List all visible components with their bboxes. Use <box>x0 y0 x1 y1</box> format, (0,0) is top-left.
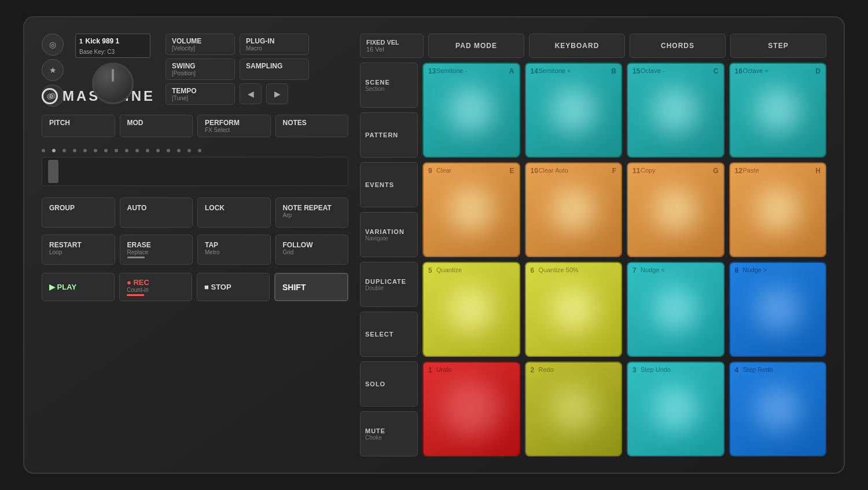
dot-9 <box>125 149 128 152</box>
pad-16-glow <box>755 87 801 133</box>
pad-16[interactable]: 16 Octave + D <box>729 63 827 158</box>
solo-button[interactable]: SOLO <box>360 361 418 407</box>
pitch-button[interactable]: PITCH <box>42 115 115 137</box>
variation-button[interactable]: VARIATION Navigate <box>360 212 418 257</box>
select-button[interactable]: SELECT <box>360 312 418 357</box>
top-controls: ◎ ★ ⊜ 1 Kick 989 1 Base Key: C3 VOLUME [… <box>42 34 348 80</box>
slider-track[interactable] <box>42 157 348 186</box>
maschine-logo: ◎ MASCHINE <box>42 88 348 104</box>
auto-button[interactable]: AUTO <box>120 198 193 228</box>
dot-3 <box>62 149 66 152</box>
follow-button[interactable]: FOLLOW Grid <box>275 235 349 265</box>
right-panel: FIXED VEL 16 Vel PAD MODE KEYBOARD CHORD… <box>360 34 826 456</box>
rec-line <box>127 294 144 296</box>
mod-button[interactable]: MOD <box>120 115 193 137</box>
pad-2[interactable]: 2 Redo <box>525 361 623 456</box>
scene-button[interactable]: SCENE Section <box>360 63 418 108</box>
pad-grid: 13 Semitone - A 14 Semitone + B 15 Octav… <box>422 63 826 456</box>
star-icon-button[interactable]: ★ <box>42 59 64 81</box>
dot-10 <box>135 149 139 152</box>
fixed-vel-button[interactable]: FIXED VEL 16 Vel <box>360 34 424 58</box>
restart-button[interactable]: RESTART Loop <box>42 235 115 265</box>
pad-11-glow <box>652 187 698 233</box>
pad-1-glow <box>442 380 500 438</box>
main-knob[interactable] <box>92 63 134 104</box>
pad-4[interactable]: 4 Step Redo <box>729 361 827 456</box>
dot-5 <box>83 149 87 152</box>
slider-thumb[interactable] <box>48 160 58 183</box>
dot-8 <box>115 149 118 152</box>
erase-line <box>127 257 145 258</box>
perform-button[interactable]: PERFORM FX Select <box>197 115 271 137</box>
note-repeat-button[interactable]: NOTE REPEAT Arp <box>275 198 349 228</box>
pad-10[interactable]: 10 Clear Auto F <box>525 162 623 257</box>
pad-mode-button[interactable]: PAD MODE <box>428 34 524 58</box>
pad-5-glow <box>448 286 494 332</box>
pad-13-glow <box>448 87 494 133</box>
bottom-buttons: GROUP AUTO LOCK NOTE REPEAT Arp <box>42 198 348 228</box>
tap-button[interactable]: TAP Metro <box>197 235 271 265</box>
swing-button[interactable]: SWING [Position] <box>165 58 235 80</box>
pad-5[interactable]: 5 Quantize <box>422 262 520 357</box>
dot-14 <box>177 149 181 152</box>
pad-3-glow <box>652 386 698 432</box>
pad-14[interactable]: 14 Semitone + B <box>525 63 623 158</box>
dot-11 <box>146 149 149 152</box>
group-button[interactable]: GROUP <box>42 198 115 228</box>
pad-15[interactable]: 15 Octave - C <box>627 63 724 158</box>
stop-button[interactable]: ■ STOP <box>197 273 270 301</box>
pad-3[interactable]: 3 Step Undo <box>627 361 724 456</box>
dot-1 <box>42 149 45 152</box>
slider-area <box>42 147 348 186</box>
transport-top-row: RESTART Loop ERASE Replace TAP Metro FOL… <box>42 235 348 265</box>
pad-12[interactable]: 12 Paste H <box>729 162 827 257</box>
pad-7[interactable]: 7 Nudge < <box>627 262 724 357</box>
pad-9-glow <box>448 187 494 233</box>
rec-button[interactable]: ● REC Count-in <box>119 273 192 301</box>
play-button[interactable]: ▶ PLAY <box>42 273 115 301</box>
step-button[interactable]: STEP <box>730 34 826 58</box>
chords-button[interactable]: CHORDS <box>630 34 726 58</box>
function-row: PITCH MOD PERFORM FX Select NOTES <box>42 115 348 137</box>
instrument-name: Kick 989 1 <box>86 37 120 45</box>
dot-7 <box>104 149 108 152</box>
dot-2 <box>52 149 56 152</box>
pad-4-glow <box>755 386 801 432</box>
volume-button[interactable]: VOLUME [Velocity] <box>165 34 235 55</box>
pad-11[interactable]: 11 Copy G <box>627 162 724 257</box>
instrument-key: Base Key: C3 <box>79 49 115 55</box>
ctrl-row-2: SWING [Position] SAMPLING <box>165 58 348 80</box>
record-icon-button[interactable]: ◎ <box>42 34 64 56</box>
shift-button[interactable]: SHIFT <box>274 273 348 301</box>
dot-12 <box>156 149 160 152</box>
notes-button[interactable]: NOTES <box>275 115 349 137</box>
sampling-button[interactable]: SAMPLING <box>240 58 309 80</box>
instrument-display: 1 Kick 989 1 Base Key: C3 <box>75 34 150 58</box>
pad-14-glow <box>550 87 597 133</box>
dot-13 <box>167 149 170 152</box>
pad-7-glow <box>652 286 698 332</box>
mute-button[interactable]: MUTE Choke <box>360 411 418 456</box>
keyboard-button[interactable]: KEYBOARD <box>529 34 625 58</box>
pattern-button[interactable]: PATTERN <box>360 112 418 158</box>
instrument-number: 1 <box>79 38 83 45</box>
left-panel: ◎ ★ ⊜ 1 Kick 989 1 Base Key: C3 VOLUME [… <box>42 34 348 456</box>
pad-10-glow <box>550 187 597 233</box>
events-button[interactable]: EVENTS <box>360 162 418 207</box>
pad-6-glow <box>550 286 597 332</box>
pad-1[interactable]: 1 Undo <box>422 361 520 456</box>
pad-9[interactable]: 9 Clear E <box>422 162 520 257</box>
lock-button[interactable]: LOCK <box>197 198 271 228</box>
transport-bottom-row: ▶ PLAY ● REC Count-in ■ STOP SHIFT <box>42 273 348 301</box>
top-mode-row: FIXED VEL 16 Vel PAD MODE KEYBOARD CHORD… <box>360 34 826 58</box>
pad-6[interactable]: 6 Quantize 50% <box>525 262 623 357</box>
erase-button[interactable]: ERASE Replace <box>120 235 193 265</box>
dot-4 <box>73 149 76 152</box>
pad-15-glow <box>652 87 698 133</box>
plugin-button[interactable]: PLUG-IN Macro <box>240 34 309 55</box>
pad-8[interactable]: 8 Nudge > <box>729 262 827 357</box>
side-buttons: SCENE Section PATTERN EVENTS VARIATION N… <box>360 63 418 456</box>
pad-13[interactable]: 13 Semitone - A <box>422 63 520 158</box>
maschine-device: ◎ ★ ⊜ 1 Kick 989 1 Base Key: C3 VOLUME [… <box>23 16 845 474</box>
duplicate-button[interactable]: DUPLICATE Double <box>360 262 418 307</box>
